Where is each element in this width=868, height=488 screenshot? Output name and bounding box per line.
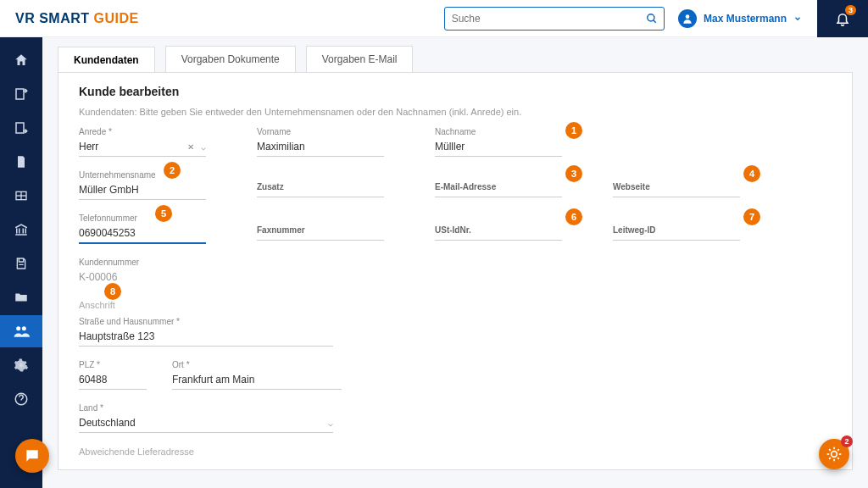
sidebar-settings[interactable] [0,349,42,381]
tabs: Kundendaten Vorgaben Dokumente Vorgaben … [58,46,853,72]
chevron-down-icon[interactable]: ⌵ [201,142,206,152]
chat-fab[interactable] [15,439,49,473]
tab-vorgaben-dokumente[interactable]: Vorgaben Dokumente [165,46,296,72]
field-telefon[interactable]: Telefonnummer 0690045253 5 [79,214,206,244]
sidebar [0,37,42,488]
svg-rect-3 [16,89,24,99]
field-anrede[interactable]: Anrede * Herr ✕ ⌵ [79,127,206,157]
svg-line-1 [653,19,655,22]
field-kundennummer: Kundennummer K-00006 [79,258,206,286]
svg-point-2 [686,14,690,19]
svg-point-12 [832,452,837,458]
callout-8: 8 [104,283,121,300]
callout-1: 1 [565,122,582,139]
search-container [444,7,665,30]
notifications-button[interactable]: 3 [817,0,868,37]
page-title: Kunde bearbeiten [79,85,832,98]
svg-line-18 [837,458,839,459]
user-menu[interactable]: Max Mustermann [678,9,802,28]
field-plz[interactable]: PLZ * 60488 [79,360,147,390]
callout-2: 2 [164,162,181,179]
svg-point-8 [16,326,20,330]
tab-kundendaten[interactable]: Kundendaten [58,47,155,73]
svg-point-9 [22,326,26,330]
field-vorname[interactable]: Vorname Maximilian [257,127,384,157]
callout-5: 5 [155,205,172,222]
search-icon[interactable] [646,13,658,25]
page-hint: Kundendaten: Bitte geben Sie entweder de… [79,107,832,117]
brand-logo: VR SMART GUIDE [15,11,139,26]
field-zusatz[interactable]: Zusatz [257,170,384,200]
sidebar-folder[interactable] [0,281,42,313]
avatar-icon [678,9,697,28]
callout-6: 6 [565,208,582,225]
svg-line-19 [829,458,831,459]
field-strasse[interactable]: Straße und Hausnummer * Hauptstraße 123 [79,317,333,347]
svg-line-20 [837,449,839,451]
help-fab[interactable]: 2 [819,439,849,469]
field-unternehmen[interactable]: Unternehmensname Müller GmbH 2 [79,170,206,200]
chevron-down-icon [793,14,802,23]
sidebar-table[interactable] [0,180,42,212]
field-email[interactable]: E-Mail-Adresse 3 [435,170,562,200]
svg-rect-4 [16,123,24,133]
sidebar-document[interactable] [0,146,42,178]
sidebar-bank[interactable] [0,214,42,246]
callout-3: 3 [565,165,582,182]
user-name: Max Mustermann [704,13,787,25]
callout-4: 4 [743,165,760,182]
search-input[interactable] [444,7,665,30]
sidebar-home[interactable] [0,44,42,76]
sidebar-import[interactable] [0,112,42,144]
field-ort[interactable]: Ort * Frankfurt am Main [172,360,342,390]
sidebar-save[interactable] [0,247,42,280]
help-badge: 2 [841,435,853,447]
callout-7: 7 [743,208,760,225]
sidebar-people[interactable] [0,315,42,347]
field-nachname[interactable]: Nachname Mülller 1 [435,127,562,157]
section-anschrift: Anschrift [79,300,832,310]
field-leitweg[interactable]: Leitweg-ID 7 [613,214,740,244]
sidebar-export[interactable] [0,78,42,110]
field-fax[interactable]: Faxnummer [257,214,384,244]
panel: Kunde bearbeiten Kundendaten: Bitte gebe… [58,72,853,470]
section-lieferadresse: Abweichende Lieferadresse [79,446,832,457]
app-body: Kundendaten Vorgaben Dokumente Vorgaben … [0,37,868,488]
main-content: Kundendaten Vorgaben Dokumente Vorgaben … [42,37,868,488]
field-land[interactable]: Land * Deutschland ⌵ [79,403,333,433]
clear-icon[interactable]: ✕ [187,142,194,152]
svg-line-17 [829,449,831,451]
field-webseite[interactable]: Webseite 4 [613,170,740,200]
svg-point-0 [647,14,654,20]
chevron-down-icon[interactable]: ⌵ [328,419,333,428]
tab-vorgaben-email[interactable]: Vorgaben E-Mail [306,46,414,72]
field-ust[interactable]: USt-IdNr. 6 [435,214,562,244]
notification-badge: 3 [845,5,856,15]
sidebar-help[interactable] [0,383,42,415]
topbar: VR SMART GUIDE Max Mustermann 3 [0,0,868,37]
